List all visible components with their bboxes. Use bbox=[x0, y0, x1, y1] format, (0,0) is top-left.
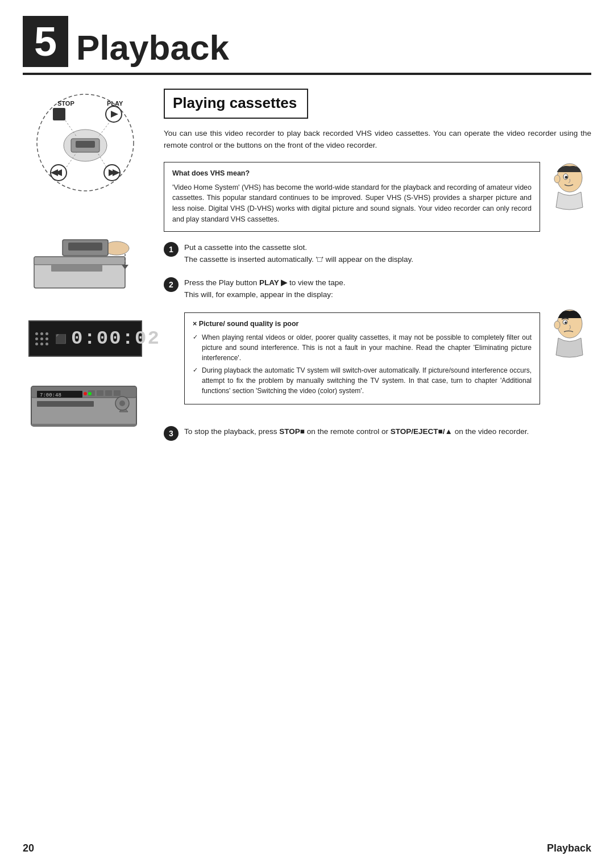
svg-rect-34 bbox=[114, 390, 121, 396]
svg-marker-11 bbox=[113, 169, 120, 176]
picture-quality-item-1: When playing rental videos or older, poo… bbox=[193, 332, 532, 363]
character-1-svg bbox=[546, 162, 591, 230]
dot bbox=[45, 343, 48, 345]
time-display: 0:00:02 bbox=[71, 328, 160, 349]
right-column: Playing cassettes You can use this video… bbox=[148, 89, 591, 452]
display-illustration: ⬛ 0:00:02 bbox=[28, 320, 142, 357]
section-heading: Playing cassettes bbox=[173, 94, 297, 112]
svg-rect-14 bbox=[76, 141, 95, 148]
character-illustration-1 bbox=[546, 162, 591, 232]
dot bbox=[35, 337, 38, 340]
vcr-display: ⬛ 0:00:02 bbox=[28, 320, 142, 357]
step-2-line1: Press the Play button PLAY ▶ to view the… bbox=[184, 277, 591, 289]
dot bbox=[40, 332, 43, 335]
vcr-controls-diagram: STOP PLAY bbox=[31, 89, 139, 197]
tape-icon: ⬛ bbox=[55, 333, 67, 344]
svg-point-44 bbox=[565, 176, 568, 178]
left-column: STOP PLAY bbox=[23, 89, 148, 452]
vhs-info-text: 'Video Home System' (VHS) has become the… bbox=[172, 182, 532, 225]
dot bbox=[35, 343, 38, 345]
svg-point-40 bbox=[84, 392, 87, 395]
svg-rect-21 bbox=[51, 265, 102, 272]
step-2-line2: This will, for example, appear in the di… bbox=[184, 289, 591, 301]
dot bbox=[35, 332, 38, 335]
svg-point-48 bbox=[565, 322, 567, 324]
svg-rect-32 bbox=[97, 390, 103, 396]
svg-point-38 bbox=[119, 400, 125, 406]
steps-area: 1 Put a cassette into the cassette slot.… bbox=[164, 242, 591, 441]
vhs-info-title: What does VHS mean? bbox=[172, 168, 532, 179]
section-heading-box: Playing cassettes bbox=[164, 89, 308, 119]
dot-grid bbox=[35, 332, 48, 345]
svg-line-16 bbox=[98, 120, 111, 137]
dot bbox=[40, 337, 43, 340]
svg-rect-33 bbox=[105, 390, 112, 396]
svg-rect-35 bbox=[37, 401, 94, 407]
step-1-line1: Put a cassette into the cassette slot. bbox=[184, 242, 591, 254]
vhs-info-box: What does VHS mean? 'Video Home System' … bbox=[164, 162, 540, 232]
dot bbox=[45, 337, 48, 340]
step-1-number: 1 bbox=[164, 242, 179, 257]
step-3-text: To stop the playback, press STOP■ on the… bbox=[184, 426, 591, 438]
vcr-device-svg: 7:00:48 bbox=[28, 381, 142, 437]
stop-eject-label: STOP/EJECT■/▲ bbox=[391, 427, 453, 436]
svg-rect-39 bbox=[31, 424, 136, 426]
picture-quality-box: × Picture/ sound quality is poor When pl… bbox=[184, 312, 540, 405]
cassette-insert-svg bbox=[28, 223, 142, 297]
svg-point-41 bbox=[88, 392, 92, 395]
dot bbox=[45, 332, 48, 335]
step-2-number: 2 bbox=[164, 277, 179, 292]
stop-label: STOP■ bbox=[279, 427, 305, 436]
character-2-svg bbox=[546, 307, 591, 381]
play-button-label: PLAY ▶ bbox=[259, 278, 287, 287]
picture-quality-list: When playing rental videos or older, poo… bbox=[193, 332, 532, 396]
step-1-body: Put a cassette into the cassette slot. T… bbox=[184, 242, 591, 266]
svg-text:STOP: STOP bbox=[57, 100, 74, 107]
step-3-number: 3 bbox=[164, 426, 179, 441]
vhs-info-section: What does VHS mean? 'Video Home System' … bbox=[164, 162, 591, 232]
main-content: STOP PLAY bbox=[0, 75, 614, 452]
svg-text:PLAY: PLAY bbox=[107, 100, 123, 107]
vcr-device-illustration: 7:00:48 bbox=[28, 381, 142, 437]
svg-marker-8 bbox=[51, 169, 58, 176]
step-2-body: Press the Play button PLAY ▶ to view the… bbox=[184, 277, 591, 415]
picture-quality-item-2: During playback the automatic TV system … bbox=[193, 365, 532, 396]
page-header: 5 Playback bbox=[0, 0, 614, 67]
svg-rect-20 bbox=[34, 257, 125, 265]
circle-diagram-illustration: STOP PLAY bbox=[28, 89, 142, 197]
step-3-body: To stop the playback, press STOP■ on the… bbox=[184, 426, 591, 438]
page-number: 20 bbox=[23, 842, 34, 854]
svg-point-49 bbox=[554, 321, 560, 329]
svg-text:7:00:48: 7:00:48 bbox=[40, 393, 61, 398]
svg-point-45 bbox=[554, 175, 560, 183]
step-3-row: 3 To stop the playback, press STOP■ on t… bbox=[164, 426, 591, 441]
svg-rect-24 bbox=[68, 243, 102, 251]
dot bbox=[40, 343, 43, 345]
chapter-title: Playback bbox=[76, 28, 229, 67]
svg-rect-2 bbox=[53, 108, 65, 120]
picture-quality-section: × Picture/ sound quality is poor When pl… bbox=[184, 307, 591, 405]
character-illustration-2 bbox=[546, 307, 591, 405]
step-1-row: 1 Put a cassette into the cassette slot.… bbox=[164, 242, 591, 266]
step-1-line2: The cassette is inserted automatically. … bbox=[184, 254, 591, 266]
page-footer: 20 Playback bbox=[23, 842, 591, 854]
cassette-insert-illustration bbox=[28, 223, 142, 297]
svg-marker-5 bbox=[111, 111, 118, 118]
picture-quality-title: × Picture/ sound quality is poor bbox=[193, 319, 532, 329]
intro-paragraph: You can use this video recorder to play … bbox=[164, 128, 591, 152]
chapter-number: 5 bbox=[23, 16, 68, 67]
step-2-row: 2 Press the Play button PLAY ▶ to view t… bbox=[164, 277, 591, 415]
footer-chapter-label: Playback bbox=[547, 842, 591, 854]
